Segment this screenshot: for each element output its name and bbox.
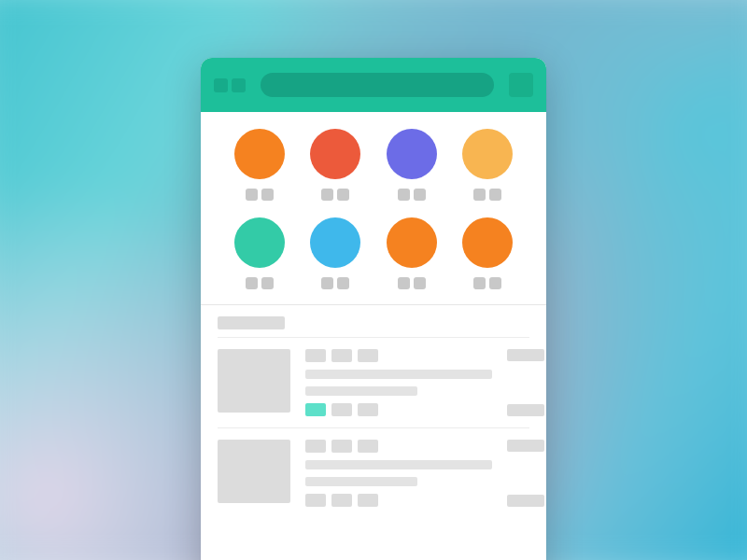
favorite-caption (398, 189, 426, 201)
feed-thumbnail (218, 440, 290, 503)
favorite-caption (473, 189, 501, 201)
device-frame (201, 58, 546, 560)
favorite-avatar (310, 129, 360, 179)
favorite-item[interactable] (234, 217, 285, 289)
feed-item[interactable] (218, 337, 529, 427)
feed-meta-row (305, 349, 492, 362)
favorites-grid (201, 112, 546, 299)
feed-list (201, 337, 546, 518)
favorite-caption (473, 277, 501, 289)
feed-side-meta (507, 349, 544, 416)
favorite-item[interactable] (462, 129, 513, 201)
favorite-caption (321, 189, 349, 201)
header-logo[interactable] (214, 78, 246, 92)
feed-item[interactable] (218, 427, 529, 518)
feed-tag-row (305, 403, 492, 416)
feed-thumbnail (218, 349, 290, 413)
logo-tile (232, 78, 246, 92)
feed-section-title (218, 316, 285, 329)
feed-body (305, 349, 492, 416)
feed-subtitle-line (305, 386, 417, 396)
menu-button[interactable] (509, 73, 533, 97)
favorite-avatar (462, 217, 513, 268)
divider (201, 304, 546, 305)
feed-title-line (305, 370, 492, 379)
favorite-item[interactable] (387, 129, 437, 201)
favorite-item[interactable] (234, 129, 285, 201)
favorite-caption (246, 189, 274, 201)
favorite-avatar (310, 217, 360, 268)
favorite-avatar (462, 129, 513, 179)
favorite-caption (321, 277, 349, 289)
feed-section (201, 304, 546, 518)
favorite-item[interactable] (387, 217, 437, 289)
logo-tile (214, 78, 228, 92)
feed-title-line (305, 460, 492, 469)
feed-subtitle-line (305, 477, 417, 486)
favorite-caption (246, 277, 274, 289)
search-input[interactable] (261, 73, 494, 97)
feed-meta-row (305, 440, 492, 453)
feed-side-meta (507, 440, 544, 507)
app-header (201, 58, 546, 112)
favorite-item[interactable] (462, 217, 513, 289)
favorite-avatar (234, 129, 285, 179)
favorite-avatar (234, 217, 285, 268)
feed-body (305, 440, 492, 507)
favorite-item[interactable] (310, 217, 360, 289)
favorite-item[interactable] (310, 129, 360, 201)
favorite-caption (398, 277, 426, 289)
feed-tag-row (305, 494, 492, 507)
favorite-avatar (387, 129, 437, 179)
favorite-avatar (387, 217, 437, 268)
